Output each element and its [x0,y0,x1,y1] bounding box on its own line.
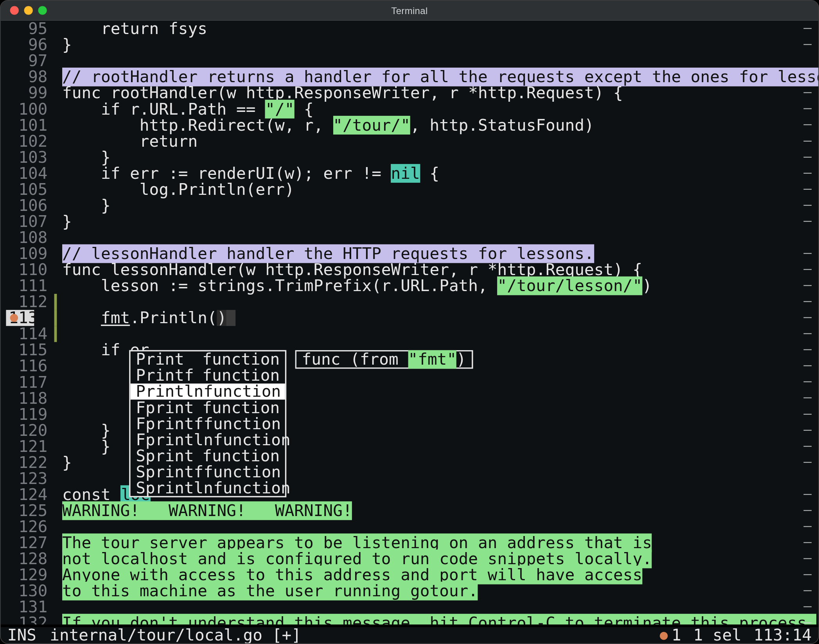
code-line[interactable]: log.Println(err) [62,182,798,198]
code-row[interactable]: 105 log.Println(err)– [1,182,819,198]
fold-marker[interactable]: – [804,439,812,452]
code-row[interactable]: 98// rootHandler returns a handler for a… [1,69,819,85]
fold-marker[interactable]: – [804,246,812,259]
code-row[interactable]: 104 if err := renderUI(w); err != nil {– [1,165,819,182]
code-row[interactable]: 112– [1,294,819,310]
code-row[interactable]: 129Anyone with access to this address an… [1,567,819,583]
code-line[interactable]: lesson := strings.TrimPrefix(r.URL.Path,… [62,278,798,294]
code-line[interactable]: to this machine as the user running goto… [62,583,798,599]
code-row[interactable]: 117– [1,374,819,390]
fold-marker[interactable]: – [804,583,812,596]
code-line[interactable]: } [62,37,798,53]
code-row[interactable]: 108 [1,230,819,246]
code-line[interactable]: } [62,214,798,230]
completion-item[interactable]: Sprintfunction [131,448,285,464]
completion-item[interactable]: Sprintlnfunction [131,480,285,496]
completion-item[interactable]: Sprintffunction [131,464,285,480]
code-line[interactable]: http.Redirect(w, r, "/tour/", http.Statu… [62,117,798,133]
code-row[interactable]: 96}– [1,37,819,53]
code-row[interactable]: 128not localhost and is configured to ru… [1,551,819,567]
fold-marker[interactable]: – [804,310,812,323]
fold-marker[interactable]: – [804,455,812,468]
fold-marker[interactable]: – [804,487,812,500]
fold-marker[interactable]: – [804,374,812,387]
fold-marker[interactable]: – [804,406,812,419]
fold-marker[interactable]: – [804,294,812,307]
code-row[interactable]: 131– [1,599,819,615]
fold-marker[interactable]: – [804,214,812,227]
fold-marker[interactable]: – [804,69,812,82]
fold-marker[interactable]: – [804,519,812,532]
code-line[interactable]: not localhost and is configured to run c… [62,551,798,567]
fold-marker[interactable]: – [804,149,812,163]
code-line[interactable] [62,53,798,69]
fold-marker[interactable]: – [804,182,812,195]
fold-marker[interactable]: – [804,101,812,114]
fold-marker[interactable]: – [804,85,812,98]
code-line[interactable]: return [62,133,798,149]
completion-item[interactable]: Printlnfunction [131,383,285,399]
code-row[interactable]: 127The tour server appears to be listeni… [1,535,819,551]
completion-item[interactable]: Fprintffunction [131,416,285,432]
fold-marker[interactable]: – [804,423,812,436]
code-row[interactable]: 126– [1,519,819,535]
code-row[interactable]: 95 return fsys– [1,21,819,37]
completion-item[interactable]: Printffunction [131,367,285,383]
code-row[interactable]: 97 [1,53,819,69]
fold-marker[interactable]: – [804,535,812,548]
code-row[interactable]: 110func lessonHandler(w http.ResponseWri… [1,262,819,278]
code-row[interactable]: 119– [1,406,819,422]
code-line[interactable]: WARNING! WARNING! WARNING! [62,503,798,519]
code-line[interactable]: if r.URL.Path == "/" { [62,101,798,117]
code-row[interactable]: 107}– [1,214,819,230]
completion-item[interactable]: Fprintlnfunction [131,432,285,448]
code-line[interactable]: return fsys [62,21,798,37]
code-line[interactable]: if err := renderUI(w); err != nil { [62,165,798,182]
editor-area[interactable]: 95 return fsys–96}–9798// rootHandler re… [1,21,819,631]
code-row[interactable]: 114– [1,326,819,342]
code-row[interactable]: 109// lessonHandler handler the HTTP req… [1,246,819,262]
fold-marker[interactable]: – [804,37,812,50]
fold-marker[interactable]: – [804,358,812,371]
fold-marker[interactable]: – [804,503,812,516]
fold-marker[interactable]: – [804,133,812,146]
code-row[interactable]: 118 }– [1,390,819,406]
code-line[interactable]: func lessonHandler(w http.ResponseWriter… [62,262,798,278]
completion-item[interactable]: Fprintfunction [131,399,285,416]
fold-marker[interactable]: – [804,342,812,355]
code-row[interactable]: 124const loc– [1,487,819,503]
fold-marker[interactable]: – [804,198,812,211]
code-line[interactable]: func rootHandler(w http.ResponseWriter, … [62,85,798,101]
code-row[interactable]: 122}– [1,455,819,471]
code-line[interactable] [62,519,798,535]
fold-marker[interactable]: – [804,326,812,339]
code-row[interactable]: 100 if r.URL.Path == "/" {– [1,101,819,117]
code-line[interactable]: // rootHandler returns a handler for all… [62,69,798,85]
code-row[interactable]: 120 }– [1,423,819,439]
code-line[interactable] [62,326,798,342]
code-line[interactable]: // lessonHandler handler the HTTP reques… [62,246,798,262]
fold-marker[interactable]: – [804,567,812,580]
code-line[interactable] [62,599,798,615]
code-row[interactable]: 125WARNING! WARNING! WARNING!– [1,503,819,519]
fold-marker[interactable]: – [804,390,812,403]
code-row[interactable]: 103 }– [1,149,819,165]
fold-marker[interactable]: – [804,117,812,130]
completion-item[interactable]: Printfunction [131,351,285,367]
fold-marker[interactable]: – [804,551,812,564]
fold-marker[interactable]: – [804,165,812,179]
code-line[interactable] [62,230,798,246]
titlebar[interactable]: Terminal [1,1,819,21]
code-row[interactable]: 130to this machine as the user running g… [1,583,819,599]
code-line[interactable]: Anyone with access to this address and p… [62,567,798,583]
code-line[interactable]: The tour server appears to be listening … [62,535,798,551]
code-row[interactable]: 113 fmt.Println() – [1,310,819,326]
completion-popup[interactable]: PrintfunctionPrintffunctionPrintlnfuncti… [129,350,286,497]
fold-marker[interactable]: – [804,599,812,612]
code-row[interactable]: 102 return– [1,133,819,149]
code-line[interactable]: } [62,198,798,214]
fold-marker[interactable]: – [804,278,812,291]
code-line[interactable]: fmt.Println() [62,310,798,326]
code-row[interactable]: 123 [1,471,819,487]
code-row[interactable]: 99func rootHandler(w http.ResponseWriter… [1,85,819,101]
